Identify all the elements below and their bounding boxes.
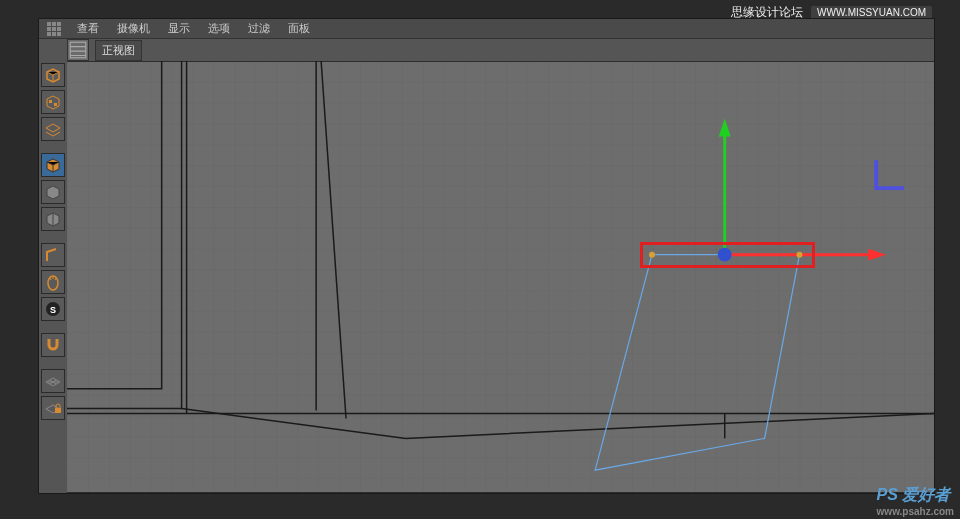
tool-workplane[interactable] [41,369,65,393]
menu-camera[interactable]: 摄像机 [109,19,158,38]
tool-grid[interactable] [41,117,65,141]
menu-view[interactable]: 查看 [69,19,107,38]
viewport-header: 正视图 [67,39,142,61]
menu-options[interactable]: 选项 [200,19,238,38]
tool-snap[interactable] [41,333,65,357]
viewport-label: 正视图 [95,40,142,61]
tool-texture[interactable] [41,90,65,114]
panel-grip-icon[interactable] [47,22,61,36]
tool-scale-mode[interactable]: S [41,297,65,321]
watermark-bottom-url: www.psahz.com [877,506,954,517]
viewport-grid [67,61,934,493]
tool-cube[interactable] [41,63,65,87]
svg-rect-1 [49,100,52,103]
svg-rect-2 [54,103,57,106]
tool-point-mode[interactable] [41,270,65,294]
tool-object-mode[interactable] [41,180,65,204]
viewport-3d[interactable] [67,61,934,493]
app-window: 查看 摄像机 显示 选项 过滤 面板 正视图 S [38,18,935,494]
menu-filter[interactable]: 过滤 [240,19,278,38]
tool-poly-mode[interactable] [41,207,65,231]
svg-text:S: S [50,305,56,315]
tool-model-mode[interactable] [41,153,65,177]
tool-lock-workplane[interactable] [41,396,65,420]
watermark-bottom: PS 爱好者 www.psahz.com [877,485,954,517]
svg-rect-6 [55,408,61,413]
mode-toolbar: S [39,61,67,493]
svg-rect-7 [67,61,934,493]
watermark-brand: PS 爱好者 [877,486,951,503]
tool-edge-mode[interactable] [41,243,65,267]
viewport-icon[interactable] [67,39,89,61]
menu-display[interactable]: 显示 [160,19,198,38]
viewport-menubar: 查看 摄像机 显示 选项 过滤 面板 [39,19,934,39]
menu-panel[interactable]: 面板 [280,19,318,38]
annotation-highlight [640,242,815,268]
